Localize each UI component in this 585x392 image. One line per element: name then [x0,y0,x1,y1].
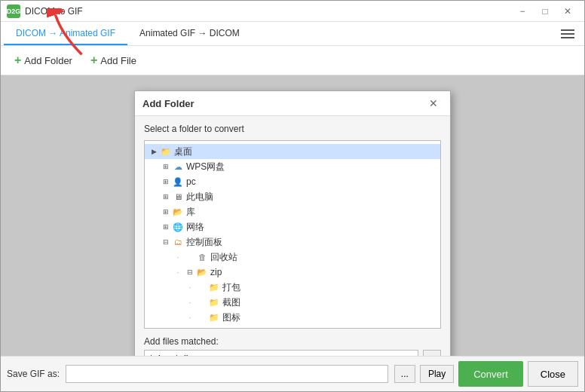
dialog-close-button[interactable]: ✕ [424,96,443,111]
tab-gif-to-dicom[interactable]: Animated GIF → DICOM [127,22,252,45]
maximize-button[interactable]: □ [534,4,556,19]
add-files-dropdown-button[interactable]: ▼ [423,350,441,356]
connector-icons: · [184,314,196,322]
hamburger-line [561,33,574,35]
title-bar: D2G DICOM to GIF − □ ✕ [1,1,584,22]
title-bar-left: D2G DICOM to GIF [7,5,83,18]
add-files-row: ▼ [144,350,441,356]
app-logo: D2G [7,5,20,18]
tree-item-wps[interactable]: ⊞ ☁ WPS网盘 [145,159,440,174]
app-title: DICOM to GIF [25,6,83,17]
convert-button[interactable]: Convert [458,361,523,387]
save-gif-label: Save GIF as: [7,369,60,379]
modal-overlay: Add Folder ✕ Select a folder to convert … [1,75,584,356]
add-folder-dialog: Add Folder ✕ Select a folder to convert … [134,90,451,356]
tab-dicom-to-gif[interactable]: DICOM → Animated GIF [4,22,127,45]
add-folder-plus-icon: + [14,54,21,67]
connector-download: · [172,329,184,329]
folder-icon-icons: 📁 [208,311,220,323]
label-desktop: 桌面 [174,145,192,158]
window-close-button[interactable]: ✕ [557,4,578,19]
expander-download: ⊞ [184,326,196,329]
label-screenshot: 截图 [222,296,240,309]
label-controlpanel: 控制面板 [186,236,222,249]
user-icon-pc: 👤 [172,176,184,188]
network-icon: 🌐 [172,221,184,233]
label-thispc: 此电脑 [186,191,213,204]
add-file-plus-icon: + [90,54,97,67]
save-gif-input[interactable] [66,365,388,383]
expander-screenshot [196,296,208,308]
dialog-body: Select a folder to convert ▶ 📁 桌面 ⊞ [135,116,450,356]
dialog-subtitle: Select a folder to convert [144,124,441,134]
hamburger-menu-button[interactable] [557,23,578,44]
tree-item-zip[interactable]: · ⊟ 📂 zip [145,265,440,280]
close-button[interactable]: Close [528,361,578,387]
label-pc: pc [186,176,196,187]
label-library: 库 [186,206,195,219]
hamburger-line [561,29,574,31]
bottom-actions: ... Play Convert Close [394,361,578,387]
folder-icon-screenshot: 📁 [208,296,220,308]
add-files-label: Add files matched: [144,336,441,347]
tree-item-recycle[interactable]: · 🗑 回收站 [145,250,440,265]
expander-pack [196,281,208,293]
expander-wps: ⊞ [160,161,172,173]
label-wps: WPS网盘 [186,161,225,173]
browse-button[interactable]: ... [394,365,415,383]
expander-recycle [184,251,196,263]
toolbar: + Add Folder + Add File [1,46,584,75]
folder-tree-view[interactable]: ▶ 📁 桌面 ⊞ ☁ WPS网盘 [144,140,441,329]
label-recycle: 回收站 [210,251,237,264]
dialog-title-bar: Add Folder ✕ [135,91,450,116]
expander-thispc: ⊞ [160,191,172,203]
tree-item-library[interactable]: ⊞ 📂 库 [145,204,440,219]
label-zip: zip [210,267,222,277]
menu-tabs: DICOM → Animated GIF Animated GIF → DICO… [4,22,252,45]
tree-item-screenshot[interactable]: · 📁 截图 [145,295,440,310]
tree-item-download[interactable]: · ⊞ 📁 下载吧 [145,325,440,329]
label-network: 网络 [186,221,204,234]
menu-bar: DICOM → Animated GIF Animated GIF → DICO… [1,22,584,46]
expander-network: ⊞ [160,221,172,233]
control-icon: 🗂 [172,236,184,248]
tree-item-pack[interactable]: · 📁 打包 [145,280,440,295]
dialog-title: Add Folder [142,98,194,109]
main-window: D2G DICOM to GIF − □ ✕ DICOM → Animated … [0,0,585,392]
minimize-button[interactable]: − [512,4,533,19]
folder-icon-download: 📁 [196,326,208,329]
add-folder-button[interactable]: + Add Folder [7,51,80,70]
folder-icon-desktop: 📁 [160,145,172,158]
connector-pack: · [184,283,196,292]
folder-icon-library: 📂 [172,206,184,218]
expander-library: ⊞ [160,206,172,218]
add-file-button[interactable]: + Add File [83,51,144,70]
expander-icons [196,311,208,323]
expander-desktop: ▶ [148,145,160,158]
tree-item-controlpanel[interactable]: ⊟ 🗂 控制面板 [145,234,440,250]
folder-icon-zip: 📂 [196,266,208,278]
connector-zip: · [172,268,184,277]
tree-item-icons[interactable]: · 📁 图标 [145,310,440,325]
tree-item-network[interactable]: ⊞ 🌐 网络 [145,219,440,234]
connector-recycle: · [172,253,184,262]
add-files-input[interactable] [144,350,418,356]
tree-item-pc[interactable]: ⊞ 👤 pc [145,174,440,189]
connector-screenshot: · [184,299,196,307]
recycle-icon: 🗑 [196,251,208,263]
label-download: 下载吧 [210,326,237,329]
add-files-section: Add files matched: ▼ [144,336,441,356]
cloud-icon-wps: ☁ [172,161,184,173]
expander-pc: ⊞ [160,176,172,188]
tree-item-thispc[interactable]: ⊞ 🖥 此电脑 [145,189,440,204]
label-pack: 打包 [222,281,240,294]
hamburger-line [561,37,574,38]
bottom-bar: Save GIF as: ... Play Convert Close [1,356,584,391]
expander-controlpanel: ⊟ [160,236,172,248]
expander-zip: ⊟ [184,266,196,278]
label-icons: 图标 [222,311,240,324]
play-button[interactable]: Play [420,365,454,383]
tree-item-desktop[interactable]: ▶ 📁 桌面 [145,144,440,159]
folder-icon-pack: 📁 [208,281,220,293]
pc-icon-thispc: 🖥 [172,191,184,203]
